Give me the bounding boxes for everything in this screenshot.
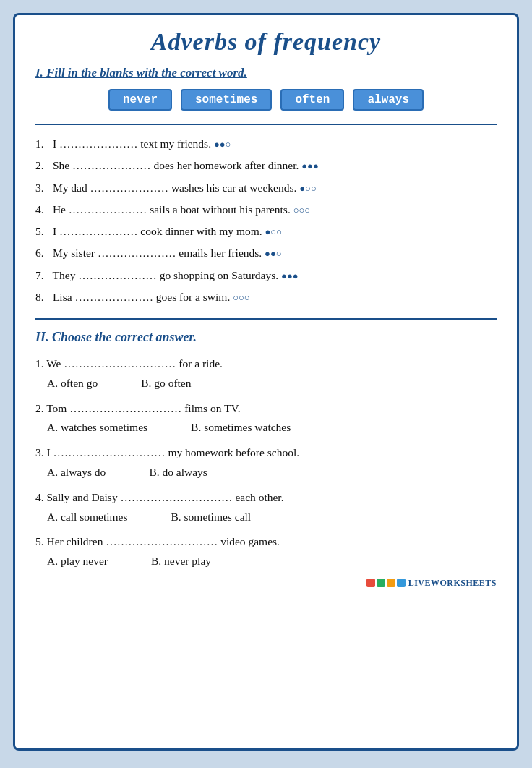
- choose-question: 5. Her children ………………………… video games.: [35, 533, 497, 551]
- option-b[interactable]: B. never play: [151, 552, 211, 571]
- choose-options: A. often goB. go often: [35, 375, 497, 393]
- fill-num: 1.: [35, 135, 50, 152]
- logo-sq-blue: [397, 579, 406, 587]
- choose-options: A. call sometimesB. sometimes call: [35, 508, 497, 526]
- choose-item: 5. Her children ………………………… video games.A…: [35, 533, 497, 571]
- bullet-indicator: ●●○: [265, 248, 282, 259]
- divider1: [35, 124, 497, 125]
- fill-num: 5.: [35, 223, 50, 239]
- word-chip: always: [353, 89, 424, 111]
- option-b[interactable]: B. sometimes call: [171, 508, 252, 526]
- option-a[interactable]: A. call sometimes: [47, 508, 128, 526]
- bullet-indicator: ○○○: [233, 292, 250, 303]
- worksheet: Adverbs of frequency I. Fill in the blan…: [13, 13, 519, 751]
- choose-item: 1. We ………………………… for a ride.A. often goB…: [35, 355, 497, 393]
- fill-list: 1. I ………………… text my friends. ●●○2. She …: [35, 135, 497, 305]
- fill-item: 3. My dad ………………… washes his car at week…: [35, 179, 497, 196]
- choose-question: 1. We ………………………… for a ride.: [35, 355, 497, 373]
- choose-options: A. play neverB. never play: [35, 552, 497, 571]
- choose-question: 4. Sally and Daisy ………………………… each other…: [35, 489, 497, 507]
- section1-header: I. Fill in the blanks with the correct w…: [35, 66, 497, 80]
- fill-item: 4. He ………………… sails a boat without his p…: [35, 201, 497, 218]
- option-b[interactable]: B. do always: [149, 464, 207, 482]
- option-a[interactable]: A. play never: [47, 552, 108, 571]
- fill-num: 7.: [35, 267, 50, 283]
- option-a[interactable]: A. watches sometimes: [47, 419, 147, 437]
- choose-item: 3. I ………………………… my homework before schoo…: [35, 444, 497, 482]
- bullet-indicator: ●○○: [299, 183, 317, 194]
- choose-question: 2. Tom ………………………… films on TV.: [35, 400, 497, 418]
- logo-icon: [366, 579, 406, 587]
- fill-item: 5. I ………………… cook dinner with my mom. ●○…: [35, 223, 497, 239]
- bullet-indicator: ●●○: [214, 139, 231, 150]
- word-chip: sometimes: [181, 89, 272, 111]
- liveworksheets-logo: LIVEWORKSHEETS: [366, 578, 497, 589]
- fill-item: 1. I ………………… text my friends. ●●○: [35, 135, 497, 152]
- word-chip: never: [108, 89, 172, 111]
- section2-header: II. Choose the correct answer.: [35, 330, 497, 345]
- bullet-indicator: ●○○: [265, 226, 283, 237]
- option-a[interactable]: A. often go: [47, 375, 98, 393]
- logo-sq-green: [377, 579, 385, 587]
- option-a[interactable]: A. always do: [47, 464, 106, 482]
- choose-list: 1. We ………………………… for a ride.A. often goB…: [35, 355, 497, 571]
- choose-item: 4. Sally and Daisy ………………………… each other…: [35, 489, 497, 526]
- choose-options: A. watches sometimesB. sometimes watches: [35, 419, 497, 437]
- logo-bar: LIVEWORKSHEETS: [35, 578, 497, 589]
- fill-num: 3.: [35, 179, 50, 196]
- fill-num: 6.: [35, 244, 50, 261]
- choose-options: A. always doB. do always: [35, 464, 497, 482]
- page-title: Adverbs of frequency: [35, 28, 497, 56]
- bullet-indicator: ●●●: [301, 161, 319, 171]
- bullet-indicator: ○○○: [293, 205, 311, 216]
- fill-item: 2. She ………………… does her homework after d…: [35, 157, 497, 174]
- option-b[interactable]: B. sometimes watches: [191, 419, 291, 437]
- fill-num: 8.: [35, 289, 50, 305]
- word-bank: neversometimesoftenalways: [35, 89, 497, 111]
- logo-sq-yellow: [387, 579, 395, 587]
- word-chip: often: [280, 89, 344, 111]
- logo-text: LIVEWORKSHEETS: [408, 578, 497, 589]
- logo-sq-red: [366, 579, 375, 587]
- fill-item: 7. They ………………… go shopping on Saturdays…: [35, 267, 497, 283]
- fill-num: 2.: [35, 157, 50, 174]
- divider2: [35, 318, 497, 320]
- choose-question: 3. I ………………………… my homework before schoo…: [35, 444, 497, 462]
- fill-num: 4.: [35, 201, 50, 218]
- fill-item: 6. My sister ………………… emails her friends.…: [35, 244, 497, 261]
- fill-item: 8. Lisa ………………… goes for a swim. ○○○: [35, 289, 497, 305]
- choose-item: 2. Tom ………………………… films on TV.A. watches…: [35, 400, 497, 438]
- option-b[interactable]: B. go often: [141, 375, 191, 393]
- bullet-indicator: ●●●: [281, 270, 299, 281]
